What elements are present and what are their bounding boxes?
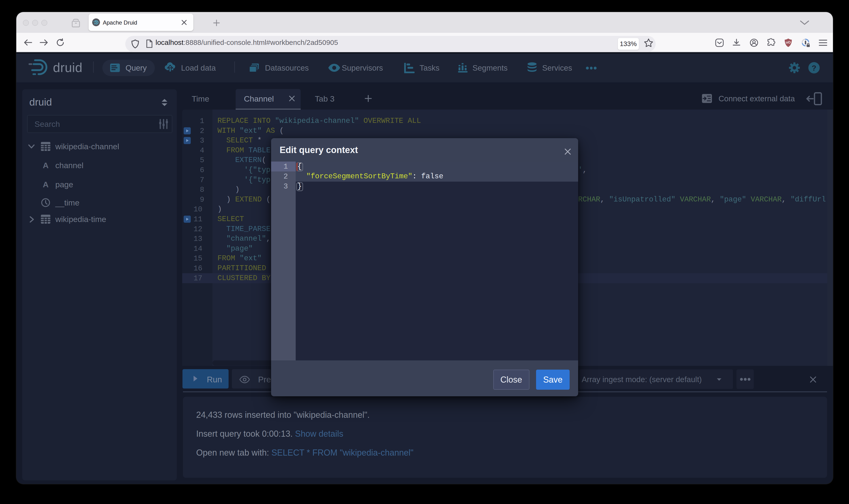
- svg-text:uO: uO: [786, 40, 791, 44]
